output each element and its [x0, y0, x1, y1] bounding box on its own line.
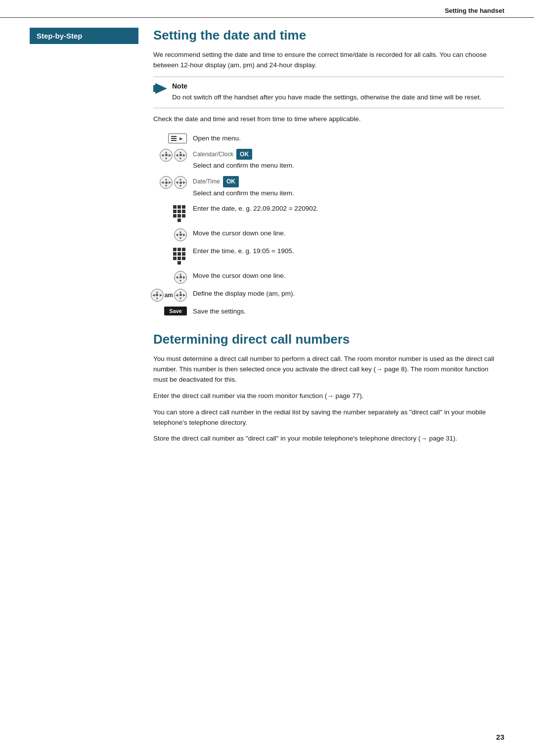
step-item-5: ▲ ▼ ◀ ▶ Move the cursor down one line.: [153, 227, 504, 241]
page-footer: 23: [496, 733, 504, 741]
step-icon-4: [153, 203, 193, 223]
ok-badge-2: OK: [223, 176, 239, 187]
note-body: Do not switch off the handset after you …: [172, 92, 482, 103]
step-icon-2: ▲ ▼ ◀ ▶ ▲ ▼ ◀ ▶: [153, 148, 193, 162]
note-box: Note Do not switch off the handset after…: [153, 77, 504, 108]
section1-intro: We recommend setting the date and time t…: [153, 50, 504, 71]
nav-circle-am: ▲ ▼ ◀ ▶: [151, 289, 164, 302]
save-badge: Save: [164, 307, 187, 315]
step-text-9: Save the settings.: [193, 306, 504, 317]
step-text-2: Calendar/Clock OK Select and confirm the…: [193, 148, 504, 172]
step-icon-1: ►: [153, 133, 193, 143]
ok-badge: OK: [236, 149, 252, 160]
am-label: am: [165, 292, 173, 299]
step-text-6: Enter the time, e. g. 19:05 = 1905.: [193, 245, 504, 257]
step-text-5: Move the cursor down one line.: [193, 227, 504, 239]
sidebar: Step-by-Step: [30, 28, 138, 450]
step-icon-5: ▲ ▼ ◀ ▶: [153, 227, 193, 241]
nav-circle-icon: ▲ ▼ ◀ ▶: [160, 149, 173, 162]
step-item-6: Enter the time, e. g. 19:05 = 1905.: [153, 245, 504, 266]
step-icon-8: ▲ ▼ ◀ ▶ am ▲ ▼ ◀ ▶: [153, 288, 193, 302]
determining-para4: Store the direct call number as "direct …: [153, 434, 504, 444]
content-area: Setting the date and time We recommend s…: [153, 28, 504, 450]
step-text-1: Open the menu.: [193, 133, 504, 144]
page-header: Setting the handset: [0, 0, 534, 18]
svg-marker-1: [155, 83, 167, 94]
nav-circle-am2: ▲ ▼ ◀ ▶: [174, 289, 187, 302]
nav-down-icon-2: ▲ ▼ ◀ ▶: [174, 271, 187, 284]
note-icon: [153, 83, 167, 96]
note-content: Note Do not switch off the handset after…: [172, 82, 482, 103]
determining-para2: Enter the direct call number via the roo…: [153, 391, 504, 401]
step-icon-3: ▲ ▼ ◀ ▶ ▲ ▼ ◀ ▶: [153, 175, 193, 189]
header-title: Setting the handset: [445, 7, 504, 14]
step-text-3: Date/Time OK Select and confirm the menu…: [193, 175, 504, 199]
step-icon-6: [153, 245, 193, 266]
page-number: 23: [496, 733, 504, 741]
section1-title: Setting the date and time: [153, 28, 504, 43]
step-item-1: ► Open the menu.: [153, 133, 504, 144]
step-item-2: ▲ ▼ ◀ ▶ ▲ ▼ ◀ ▶: [153, 148, 504, 172]
note-title: Note: [172, 82, 482, 90]
step-item-9: Save Save the settings.: [153, 306, 504, 317]
determining-para3: You can store a direct call number in th…: [153, 407, 504, 428]
step-text-7: Move the cursor down one line.: [193, 270, 504, 281]
step-icon-9: Save: [153, 306, 193, 315]
nav-circle-icon: ▲ ▼ ◀ ▶: [174, 149, 187, 162]
determining-para1: You must determine a direct call number …: [153, 354, 504, 385]
main-layout: Step-by-Step Setting the date and time W…: [0, 28, 534, 450]
svg-rect-0: [153, 85, 155, 92]
steps-area: ► Open the menu. ▲ ▼ ◀ ▶: [153, 133, 504, 317]
nav-down-icon: ▲ ▼ ◀ ▶: [174, 228, 187, 241]
step-text-4: Enter the date, e. g. 22.09.2002 = 22090…: [193, 203, 504, 214]
nav-circle-icon: ▲ ▼ ◀ ▶: [160, 176, 173, 189]
step-item-4: Enter the date, e. g. 22.09.2002 = 22090…: [153, 203, 504, 223]
step-by-step-banner: Step-by-Step: [30, 28, 138, 44]
check-text: Check the date and time and reset from t…: [153, 114, 504, 125]
step-item-3: ▲ ▼ ◀ ▶ ▲ ▼ ◀ ▶: [153, 175, 504, 199]
step-item-8: ▲ ▼ ◀ ▶ am ▲ ▼ ◀ ▶: [153, 288, 504, 302]
step-item-7: ▲ ▼ ◀ ▶ Move the cursor down one line.: [153, 270, 504, 284]
nav-circle-icon: ▲ ▼ ◀ ▶: [174, 176, 187, 189]
step-text-8: Define the display mode (am, pm).: [193, 288, 504, 299]
section2-title: Determining direct call numbers: [153, 332, 504, 347]
step-icon-7: ▲ ▼ ◀ ▶: [153, 270, 193, 284]
